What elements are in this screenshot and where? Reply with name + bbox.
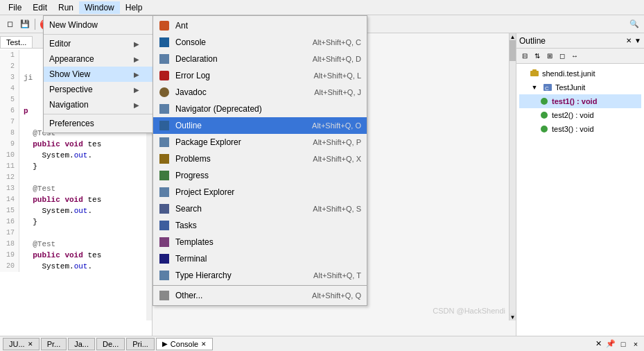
search-icon-sm <box>159 203 170 214</box>
other-icon <box>159 290 170 301</box>
sv-ant[interactable]: Ant <box>153 17 367 34</box>
sv-typehierarchy-label: Type Hierarchy <box>175 271 308 280</box>
console-icon-sm <box>159 37 170 48</box>
menu-overlay: New Window Editor ▶ Appearance ▶ Show Vi… <box>0 0 644 351</box>
perspective-arrow-icon: ▶ <box>134 86 139 94</box>
javadoc-icon <box>159 87 170 98</box>
problems-icon <box>159 153 170 164</box>
sv-terminal-label: Terminal <box>175 254 356 264</box>
window-menu-preferences[interactable]: Preferences <box>44 116 153 131</box>
sv-declaration-label: Declaration <box>175 54 307 64</box>
showview-arrow-icon: ▶ <box>134 71 139 78</box>
sv-javadoc-label: Javadoc <box>175 87 308 97</box>
sv-javadoc-shortcut: Alt+Shift+Q, J <box>314 88 361 96</box>
sv-ant-label: Ant <box>175 21 356 31</box>
sv-declaration[interactable]: Declaration Alt+Shift+Q, D <box>153 51 367 67</box>
sv-other-shortcut: Alt+Shift+Q, Q <box>312 291 361 300</box>
sv-tasks-label: Tasks <box>175 221 356 230</box>
sv-typehierarchy-shortcut: Alt+Shift+Q, T <box>313 271 361 280</box>
typehierarchy-icon <box>159 270 170 281</box>
editor-arrow-icon: ▶ <box>134 40 139 48</box>
sv-templates-label: Templates <box>175 237 356 247</box>
sv-projexplorer-label: Project Explorer <box>175 187 356 197</box>
terminal-icon <box>159 253 170 264</box>
sv-pkgexplorer-shortcut: Alt+Shift+Q, P <box>313 138 361 146</box>
outline-icon-sm <box>159 120 170 131</box>
window-menu-showview[interactable]: Show View ▶ <box>44 67 153 82</box>
tasks-icon <box>159 220 170 231</box>
sv-outline-label: Outline <box>175 121 306 130</box>
sv-problems[interactable]: Problems Alt+Shift+Q, X <box>153 151 367 167</box>
sv-problems-label: Problems <box>175 154 307 164</box>
sv-problems-shortcut: Alt+Shift+Q, X <box>313 155 361 163</box>
sv-pkgexplorer-label: Package Explorer <box>175 137 307 147</box>
projexplorer-icon <box>159 187 170 198</box>
window-menu-sep2 <box>44 114 153 114</box>
appearance-arrow-icon: ▶ <box>134 55 139 63</box>
navigator-icon <box>159 103 170 114</box>
editor-label: Editor <box>49 39 71 49</box>
sv-navigator[interactable]: Navigator (Deprecated) <box>153 101 367 117</box>
sv-other[interactable]: Other... Alt+Shift+Q, Q <box>153 287 367 304</box>
sv-console-label: Console <box>175 37 307 47</box>
window-menu-new-window[interactable]: New Window <box>44 17 153 33</box>
sv-search-shortcut: Alt+Shift+Q, S <box>313 205 361 213</box>
sv-separator <box>153 285 367 286</box>
appearance-label: Appearance <box>49 54 94 64</box>
pkgexplorer-icon <box>159 137 170 148</box>
sv-search-label: Search <box>175 204 307 214</box>
sv-terminal[interactable]: Terminal <box>153 250 367 267</box>
sv-other-label: Other... <box>175 291 306 300</box>
sv-javadoc[interactable]: Javadoc Alt+Shift+Q, J <box>153 84 367 101</box>
sv-search[interactable]: Search Alt+Shift+Q, S <box>153 200 367 217</box>
window-menu-editor[interactable]: Editor ▶ <box>44 36 153 51</box>
sv-progress-label: Progress <box>175 171 356 180</box>
window-menu-navigation[interactable]: Navigation ▶ <box>44 97 153 112</box>
navigation-label: Navigation <box>49 100 89 110</box>
declaration-icon <box>159 53 170 65</box>
sv-templates[interactable]: Templates <box>153 234 367 250</box>
sv-pkgexplorer[interactable]: Package Explorer Alt+Shift+Q, P <box>153 134 367 151</box>
sv-tasks[interactable]: Tasks <box>153 217 367 234</box>
templates-icon <box>159 237 170 248</box>
sv-projexplorer[interactable]: Project Explorer <box>153 184 367 200</box>
sv-outline-shortcut: Alt+Shift+Q, O <box>312 121 361 130</box>
errorlog-icon <box>159 70 170 81</box>
sv-typehierarchy[interactable]: Type Hierarchy Alt+Shift+Q, T <box>153 267 367 284</box>
navigation-arrow-icon: ▶ <box>134 101 139 109</box>
window-menu: New Window Editor ▶ Appearance ▶ Show Vi… <box>43 15 154 133</box>
progress-icon <box>159 170 170 181</box>
sv-errorlog[interactable]: Error Log Alt+Shift+Q, L <box>153 67 367 84</box>
sv-progress[interactable]: Progress <box>153 167 367 184</box>
window-menu-perspective[interactable]: Perspective ▶ <box>44 82 153 97</box>
preferences-label: Preferences <box>49 119 94 128</box>
window-menu-sep1 <box>44 34 153 35</box>
sv-declaration-shortcut: Alt+Shift+Q, D <box>313 55 361 63</box>
window-menu-appearance[interactable]: Appearance ▶ <box>44 51 153 67</box>
sv-errorlog-label: Error Log <box>175 71 308 80</box>
new-window-label: New Window <box>49 20 98 30</box>
ant-icon <box>159 20 170 31</box>
showview-label: Show View <box>49 69 90 79</box>
sv-console[interactable]: Console Alt+Shift+Q, C <box>153 34 367 51</box>
sv-console-shortcut: Alt+Shift+Q, C <box>313 38 361 46</box>
sv-navigator-label: Navigator (Deprecated) <box>175 104 356 114</box>
perspective-label: Perspective <box>49 85 93 94</box>
sv-errorlog-shortcut: Alt+Shift+Q, L <box>314 71 361 80</box>
sv-outline[interactable]: Outline Alt+Shift+Q, O <box>153 117 367 134</box>
showview-menu: Ant Console Alt+Shift+Q, C Declaration A… <box>153 15 367 306</box>
